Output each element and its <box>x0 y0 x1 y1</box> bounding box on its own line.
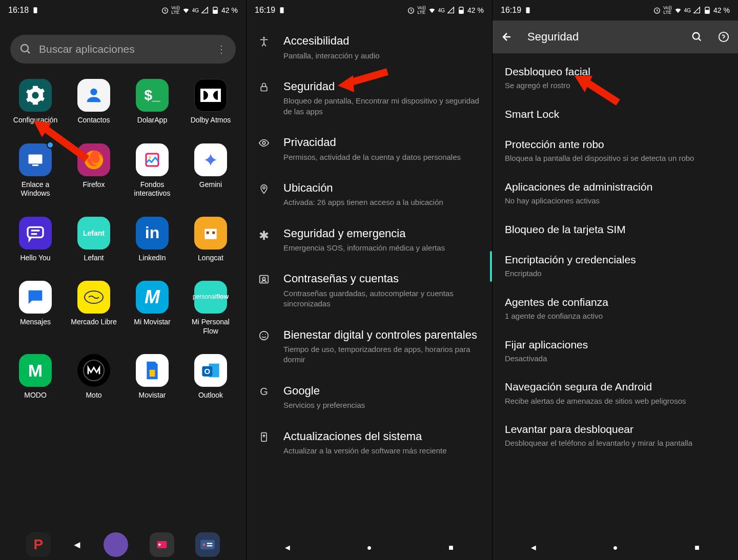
app-label: DolarApp <box>137 116 167 125</box>
app-label: Moto <box>86 391 101 400</box>
svg-point-12 <box>149 156 151 159</box>
dock-app-4[interactable] <box>195 532 220 557</box>
sim-icon <box>32 7 39 14</box>
net-label: 4G <box>192 8 199 13</box>
nav-back[interactable]: ◄ <box>281 542 294 554</box>
app-moto[interactable]: Moto <box>67 354 121 400</box>
messages-icon <box>19 281 52 314</box>
longcat-icon <box>194 217 227 250</box>
dock-app-2[interactable] <box>104 532 128 557</box>
app-linkedin[interactable]: in LinkedIn <box>125 217 179 263</box>
nav-recents[interactable]: ■ <box>691 542 703 554</box>
status-time: 16:19 <box>255 6 275 15</box>
app-modo[interactable]: M MODO <box>8 354 63 400</box>
setting-title: Seguridad y emergencia <box>283 226 482 241</box>
more-icon[interactable]: ⋮ <box>216 43 227 55</box>
setting-emergencia[interactable]: ✱ Seguridad y emergencia Emergencia SOS,… <box>247 217 492 263</box>
search-bar[interactable]: Buscar aplicaciones ⋮ <box>10 35 236 64</box>
nav-home[interactable]: ● <box>609 542 621 554</box>
setting-actualizaciones[interactable]: Actualizaciones del sistema Actualizar a… <box>247 420 492 466</box>
svg-point-28 <box>203 544 206 546</box>
search-icon <box>19 43 32 55</box>
nav-back[interactable]: ◄ <box>72 539 82 551</box>
accounts-icon <box>258 274 270 285</box>
sim-icon <box>278 7 285 14</box>
dock-app-1[interactable]: P <box>26 532 51 557</box>
sec-smart-lock[interactable]: Smart Lock <box>493 99 738 129</box>
sec-title: Desbloqueo facial <box>505 65 726 78</box>
setting-bienestar[interactable]: Bienestar digital y controles parentales… <box>247 319 492 375</box>
sec-title: Navegación segura de Android <box>505 380 726 393</box>
app-fondos[interactable]: Fondos interactivos <box>125 143 179 198</box>
setting-google[interactable]: G Google Servicios y preferencias <box>247 375 492 420</box>
app-personal-flow[interactable]: personalflow Mi Personal Flow <box>183 281 238 336</box>
app-firefox[interactable]: Firefox <box>67 143 121 198</box>
app-gemini[interactable]: Gemini <box>183 143 238 198</box>
app-contactos[interactable]: Contactos <box>67 79 121 125</box>
setting-title: Google <box>283 384 482 399</box>
app-mensajes[interactable]: Mensajes <box>8 281 63 336</box>
screen-app-drawer: 16:18 Vo))LTE 4G 42 % Buscar aplicacione… <box>0 0 246 560</box>
alarm-icon <box>407 6 415 14</box>
nav-back[interactable]: ◄ <box>527 542 540 554</box>
sec-title: Fijar aplicaciones <box>505 338 726 351</box>
sec-sub: No hay aplicaciones activas <box>505 196 726 206</box>
nav-home[interactable]: ● <box>363 542 375 554</box>
app-outlook[interactable]: O Outlook <box>183 354 238 400</box>
dock-app-3[interactable] <box>150 532 174 557</box>
app-mercado-libre[interactable]: Mercado Libre <box>67 281 121 336</box>
svg-rect-30 <box>207 545 213 546</box>
app-hello-you[interactable]: Hello You <box>8 217 63 263</box>
sec-navegacion-segura[interactable]: Navegación segura de Android Recibe aler… <box>493 371 738 414</box>
sec-sub: Se agregó el rostro <box>505 80 726 91</box>
alarm-icon <box>161 6 169 14</box>
sec-sub: Encriptado <box>505 268 726 279</box>
sec-title: Encriptación y credenciales <box>505 253 726 266</box>
wallpaper-icon <box>136 143 169 176</box>
app-enlace-windows[interactable]: Enlace a Windows <box>8 143 63 198</box>
app-movistar2[interactable]: Movistar <box>125 354 179 400</box>
signal-icon <box>201 6 209 14</box>
privacy-icon <box>258 137 270 149</box>
modo-icon: M <box>19 354 52 387</box>
svg-point-40 <box>262 278 265 281</box>
help-button[interactable] <box>717 31 730 43</box>
sec-admin-apps[interactable]: Aplicaciones de administración No hay ap… <box>493 172 738 214</box>
battery-pct: 42 % <box>467 6 484 14</box>
setting-ubicacion[interactable]: Ubicación Activada: 26 apps tienen acces… <box>247 172 492 217</box>
back-button[interactable] <box>501 31 513 43</box>
app-longcat[interactable]: Longcat <box>183 217 238 263</box>
setting-accesibilidad[interactable]: Accesibilidad Pantalla, interacción y au… <box>247 25 492 70</box>
sec-desbloqueo-facial[interactable]: Desbloqueo facial Se agregó el rostro <box>493 56 738 99</box>
app-configuracion[interactable]: Configuración <box>8 79 63 125</box>
wellbeing-icon <box>258 330 270 341</box>
sec-sub: 1 agente de confianza activo <box>505 311 726 321</box>
search-button[interactable] <box>691 31 703 43</box>
signal-icon <box>693 6 701 14</box>
app-label: Gemini <box>199 180 222 190</box>
setting-privacidad[interactable]: Privacidad Permisos, actividad de la cue… <box>247 126 492 172</box>
app-mi-movistar[interactable]: M Mi Movistar <box>125 281 179 336</box>
sec-encriptacion[interactable]: Encriptación y credenciales Encriptado <box>493 244 738 287</box>
app-dolby[interactable]: Dolby Atmos <box>183 79 238 125</box>
sec-sim-lock[interactable]: Bloqueo de la tarjeta SIM <box>493 214 738 244</box>
sec-proteccion-robo[interactable]: Protección ante robo Bloquea la pantalla… <box>493 129 738 172</box>
svg-rect-34 <box>459 10 463 13</box>
windows-link-icon <box>19 143 52 176</box>
sec-fijar-apps[interactable]: Fijar aplicaciones Desactivada <box>493 329 738 372</box>
sec-levantar-desbloquear[interactable]: Levantar para desbloquear Desbloquear el… <box>493 414 738 457</box>
sec-agentes-confianza[interactable]: Agentes de confianza 1 agente de confian… <box>493 287 738 329</box>
setting-seguridad[interactable]: Seguridad Bloqueo de pantalla, Encontrar… <box>247 70 492 126</box>
app-grid: Configuración Contactos $_ DolarApp Dolb… <box>0 74 246 405</box>
setting-cuentas[interactable]: Contraseñas y cuentas Contraseñas guarda… <box>247 262 492 318</box>
setting-sub: Emergencia SOS, información médica y ale… <box>283 243 482 253</box>
svg-point-4 <box>21 45 28 52</box>
sec-sub: Desbloquear el teléfono al levantarlo y … <box>505 438 726 448</box>
svg-point-38 <box>263 186 265 189</box>
svg-rect-0 <box>34 7 37 13</box>
app-lefant[interactable]: Lefant Lefant <box>67 217 121 263</box>
app-dolarapp[interactable]: $_ DolarApp <box>125 79 179 125</box>
nav-recents[interactable]: ■ <box>445 542 457 554</box>
wifi-icon <box>428 6 436 14</box>
setting-sub: Servicios y preferencias <box>283 400 482 410</box>
